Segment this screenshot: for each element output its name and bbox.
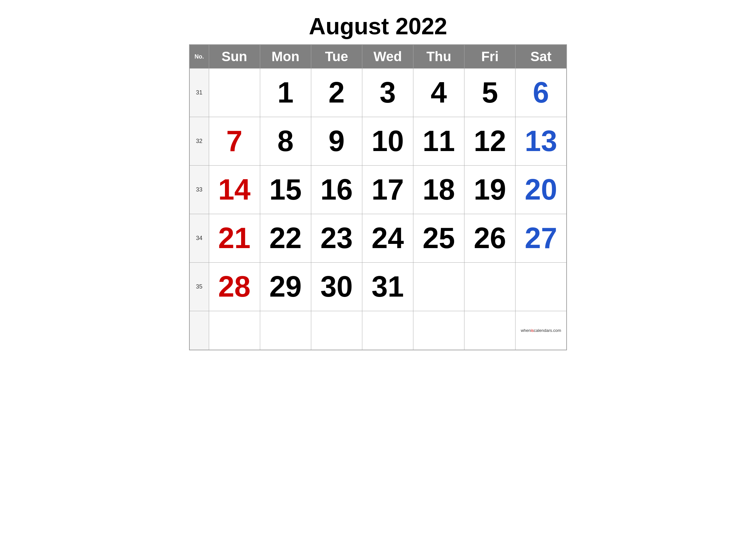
week-number: 33 bbox=[189, 166, 209, 214]
day-cell: 14 bbox=[209, 166, 260, 214]
day-cell: 3 bbox=[362, 69, 413, 117]
day-cell: 17 bbox=[362, 166, 413, 214]
day-cell: 6 bbox=[516, 69, 567, 117]
day-cell-empty bbox=[362, 311, 413, 350]
day-cell: 11 bbox=[413, 117, 465, 166]
day-cell bbox=[209, 69, 260, 117]
day-cell: 13 bbox=[516, 117, 567, 166]
week-number: 32 bbox=[189, 117, 209, 166]
day-cell: 12 bbox=[465, 117, 516, 166]
day-cell: 25 bbox=[413, 214, 465, 263]
day-cell bbox=[516, 263, 567, 311]
header-row: No. Sun Mon Tue Wed Thu Fri Sat bbox=[189, 44, 567, 69]
day-cell: 22 bbox=[260, 214, 311, 263]
day-cell-empty bbox=[260, 311, 311, 350]
day-cell: 26 bbox=[465, 214, 516, 263]
week-row: 3528293031 bbox=[189, 263, 567, 311]
header-sat: Sat bbox=[516, 44, 567, 69]
day-cell: 18 bbox=[413, 166, 465, 214]
day-cell bbox=[413, 263, 465, 311]
day-cell-empty bbox=[465, 311, 516, 350]
day-cell: 30 bbox=[311, 263, 362, 311]
week-row: 3314151617181920 bbox=[189, 166, 567, 214]
header-sun: Sun bbox=[209, 44, 260, 69]
header-tue: Tue bbox=[311, 44, 362, 69]
day-cell: 10 bbox=[362, 117, 413, 166]
last-row: wheniscalendars.com bbox=[189, 311, 567, 350]
day-cell: 20 bbox=[516, 166, 567, 214]
day-cell: 1 bbox=[260, 69, 311, 117]
day-cell: 21 bbox=[209, 214, 260, 263]
header-no: No. bbox=[189, 44, 209, 69]
day-cell: 4 bbox=[413, 69, 465, 117]
day-cell: 27 bbox=[516, 214, 567, 263]
day-cell: 8 bbox=[260, 117, 311, 166]
day-cell: 9 bbox=[311, 117, 362, 166]
day-cell bbox=[465, 263, 516, 311]
day-cell: 5 bbox=[465, 69, 516, 117]
day-cell: 24 bbox=[362, 214, 413, 263]
header-mon: Mon bbox=[260, 44, 311, 69]
day-cell: 16 bbox=[311, 166, 362, 214]
day-cell: 23 bbox=[311, 214, 362, 263]
week-number: 35 bbox=[189, 263, 209, 311]
day-cell: 2 bbox=[311, 69, 362, 117]
header-wed: Wed bbox=[362, 44, 413, 69]
calendar-title: August 2022 bbox=[189, 7, 567, 44]
day-cell: 28 bbox=[209, 263, 260, 311]
header-thu: Thu bbox=[413, 44, 465, 69]
week-number: 34 bbox=[189, 214, 209, 263]
week-row: 3421222324252627 bbox=[189, 214, 567, 263]
day-cell: 29 bbox=[260, 263, 311, 311]
week-number-empty bbox=[189, 311, 209, 350]
calendar-table: No. Sun Mon Tue Wed Thu Fri Sat 31123456… bbox=[189, 44, 567, 350]
watermark-cell: wheniscalendars.com bbox=[516, 311, 567, 350]
header-fri: Fri bbox=[465, 44, 516, 69]
day-cell-empty bbox=[209, 311, 260, 350]
calendar-container: August 2022 No. Sun Mon Tue Wed Thu Fri … bbox=[189, 7, 567, 350]
day-cell: 31 bbox=[362, 263, 413, 311]
day-cell: 19 bbox=[465, 166, 516, 214]
week-number: 31 bbox=[189, 69, 209, 117]
day-cell: 7 bbox=[209, 117, 260, 166]
day-cell-empty bbox=[413, 311, 465, 350]
day-cell: 15 bbox=[260, 166, 311, 214]
week-row: 31123456 bbox=[189, 69, 567, 117]
day-cell-empty bbox=[311, 311, 362, 350]
week-row: 3278910111213 bbox=[189, 117, 567, 166]
watermark-text: wheniscalendars.com bbox=[521, 328, 561, 333]
